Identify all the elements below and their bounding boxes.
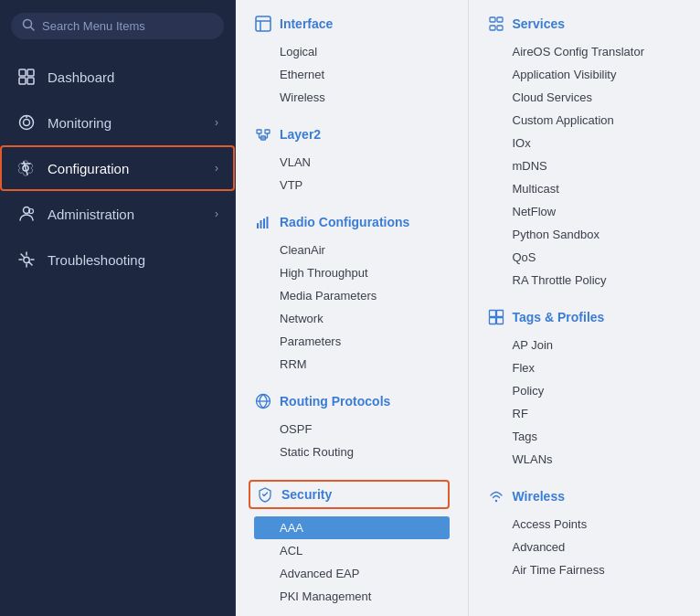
menu-item[interactable]: mDNS: [487, 154, 683, 177]
menu-item[interactable]: Air Time Fairness: [487, 558, 683, 581]
wireless-header[interactable]: Wireless: [487, 487, 683, 505]
menu-item[interactable]: Cloud Services: [487, 86, 683, 109]
menu-item[interactable]: AireOS Config Translator: [487, 40, 683, 63]
svg-rect-12: [256, 16, 270, 31]
svg-point-7: [24, 120, 30, 126]
interface-icon: [254, 15, 272, 33]
menu-item[interactable]: NetFlow: [487, 200, 683, 223]
sidebar-item-label: Configuration: [48, 161, 129, 176]
menu-item[interactable]: Policy: [487, 379, 683, 402]
menu-item[interactable]: Multicast: [487, 177, 683, 200]
sidebar-item-troubleshooting[interactable]: Troubleshooting: [0, 237, 235, 282]
menu-item[interactable]: CleanAir: [254, 239, 450, 261]
menu-item[interactable]: PKI Management: [254, 585, 450, 608]
radio-header[interactable]: Radio Configurations: [254, 213, 450, 231]
menu-item[interactable]: Advanced: [487, 536, 683, 558]
menu-item[interactable]: IOx: [487, 132, 683, 154]
sidebar-item-label: Dashboard: [48, 69, 114, 85]
security-icon: [256, 485, 274, 504]
svg-rect-22: [257, 223, 259, 228]
menu-item[interactable]: Static Routing: [254, 441, 450, 463]
menu-item[interactable]: High Throughput: [254, 261, 450, 284]
sidebar-item-configuration[interactable]: Configuration ›: [0, 145, 235, 191]
menu-item[interactable]: Advanced EAP: [254, 562, 450, 585]
menu-item[interactable]: Tags: [487, 425, 683, 448]
svg-rect-2: [19, 69, 26, 76]
layer2-icon: [254, 125, 272, 143]
svg-rect-15: [257, 130, 261, 133]
menu-item[interactable]: Flex: [487, 356, 683, 379]
tags-icon: [487, 308, 505, 326]
section-title: Routing Protocols: [280, 394, 390, 409]
section-title: Services: [513, 16, 566, 31]
section-title: Interface: [280, 16, 333, 31]
search-input[interactable]: [42, 19, 213, 33]
menu-item[interactable]: OSPF: [254, 418, 450, 441]
menu-item[interactable]: ACL: [254, 539, 450, 562]
menu-item[interactable]: VLAN: [254, 151, 450, 174]
svg-line-1: [31, 27, 35, 31]
radio-section: Radio Configurations CleanAir High Throu…: [254, 213, 450, 376]
menu-item[interactable]: Network: [254, 307, 450, 330]
layer2-header[interactable]: Layer2: [254, 125, 450, 143]
chevron-right-icon: ›: [215, 162, 218, 175]
svg-rect-35: [496, 318, 503, 324]
configuration-icon: [16, 158, 37, 178]
sidebar-item-dashboard[interactable]: Dashboard: [0, 54, 235, 100]
search-bar[interactable]: [11, 13, 224, 39]
security-header[interactable]: Security: [249, 480, 450, 509]
sidebar-item-administration[interactable]: Administration ›: [0, 191, 235, 237]
svg-rect-25: [267, 217, 269, 228]
sidebar-item-label: Monitoring: [48, 115, 111, 131]
chevron-right-icon: ›: [215, 207, 218, 220]
menu-item[interactable]: RRM: [254, 353, 450, 376]
tags-header[interactable]: Tags & Profiles: [487, 308, 683, 326]
menu-item[interactable]: Application Visibility: [487, 63, 683, 86]
search-icon: [22, 18, 35, 34]
sidebar-item-monitoring[interactable]: Monitoring ›: [0, 100, 235, 145]
menu-item[interactable]: Ethernet: [254, 63, 450, 86]
main-content: Interface Logical Ethernet Wireless: [236, 0, 700, 616]
svg-rect-24: [263, 218, 265, 228]
menu-item[interactable]: QoS: [487, 246, 683, 269]
menu-item[interactable]: WLANs: [487, 448, 683, 471]
menu-item[interactable]: Media Parameters: [254, 284, 450, 307]
troubleshooting-icon: [16, 250, 37, 270]
wireless-icon: [487, 487, 505, 505]
svg-rect-33: [496, 311, 503, 317]
routing-section: Routing Protocols OSPF Static Routing: [254, 392, 450, 463]
services-section: Services AireOS Config Translator Applic…: [487, 15, 683, 292]
routing-icon: [254, 392, 272, 410]
tags-section: Tags & Profiles AP Join Flex Policy RF T…: [487, 308, 683, 471]
routing-header[interactable]: Routing Protocols: [254, 392, 450, 410]
section-title: Radio Configurations: [280, 215, 409, 229]
menu-item[interactable]: Parameters: [254, 330, 450, 353]
sidebar: Dashboard Monitoring › Configuration ›: [0, 0, 236, 616]
menu-item[interactable]: Wireless: [254, 86, 450, 109]
svg-rect-32: [489, 311, 495, 317]
menu-item[interactable]: RA Throttle Policy: [487, 269, 683, 292]
svg-rect-16: [265, 130, 270, 133]
right-column: Services AireOS Config Translator Applic…: [469, 0, 701, 616]
services-header[interactable]: Services: [487, 15, 683, 33]
layer2-section: Layer2 VLAN VTP: [254, 125, 450, 196]
menu-item[interactable]: Custom Application: [487, 109, 683, 132]
menu-item[interactable]: RF: [487, 402, 683, 425]
menu-item[interactable]: Access Points: [487, 513, 683, 536]
section-title: Tags & Profiles: [513, 310, 605, 324]
svg-rect-28: [490, 17, 495, 22]
section-title: Wireless: [513, 489, 565, 504]
menu-item[interactable]: Logical: [254, 40, 450, 63]
menu-item-aaa[interactable]: AAA: [254, 516, 450, 539]
menu-item[interactable]: Python Sandbox: [487, 223, 683, 246]
administration-icon: [16, 204, 37, 224]
svg-rect-4: [19, 78, 26, 84]
section-title: Layer2: [280, 127, 321, 142]
svg-rect-3: [27, 69, 34, 76]
dashboard-icon: [16, 67, 37, 87]
svg-point-36: [494, 500, 496, 502]
interface-header[interactable]: Interface: [254, 15, 450, 33]
menu-item[interactable]: VTP: [254, 174, 450, 196]
menu-item[interactable]: AP Join: [487, 334, 683, 356]
interface-section: Interface Logical Ethernet Wireless: [254, 15, 450, 109]
